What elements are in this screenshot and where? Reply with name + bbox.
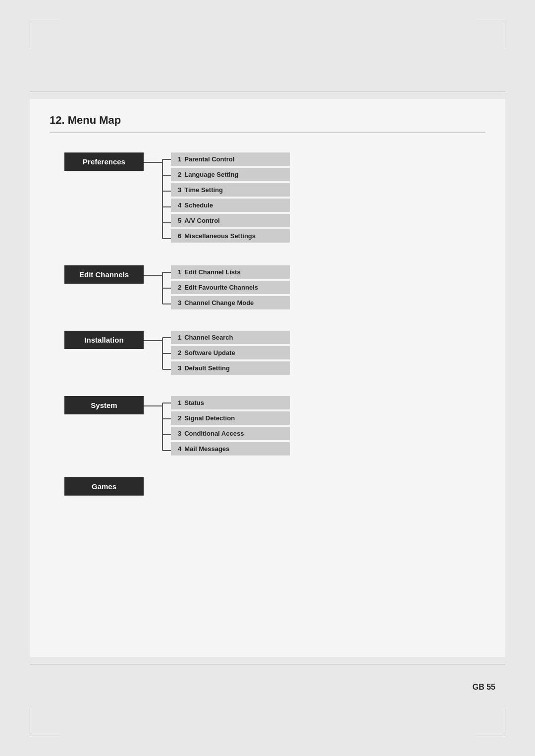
corner-mark-bottom-right (476, 706, 505, 736)
sub-item-preferences-0: 1Parental Control (171, 152, 290, 166)
sub-item-num-edit-channels-2: 3 (178, 299, 181, 306)
sub-item-num-installation-1: 2 (178, 349, 181, 356)
sub-items-installation: 1Channel Search2Software Update3Default … (171, 331, 290, 375)
sub-item-installation-0: 1Channel Search (171, 331, 290, 344)
sub-item-system-2: 3Conditional Access (171, 427, 290, 440)
menu-section-installation: Installation1Channel Search2Software Upd… (64, 331, 485, 376)
menu-map-container: Preferences1Parental Control2Language Se… (64, 152, 485, 496)
connector-svg-edit-channels (144, 265, 171, 311)
corner-mark-top-right (476, 20, 505, 50)
sub-item-text-edit-channels-0: Edit Channel Lists (184, 268, 240, 276)
sub-item-text-installation-2: Default Setting (184, 364, 230, 372)
sub-items-system: 1Status2Signal Detection3Conditional Acc… (171, 396, 290, 455)
category-games: Games (64, 477, 144, 496)
sub-item-preferences-4: 5A/V Control (171, 214, 290, 227)
corner-mark-bottom-left (30, 706, 59, 736)
sub-item-num-edit-channels-0: 1 (178, 268, 181, 276)
sub-item-edit-channels-1: 2Edit Favourite Channels (171, 281, 290, 294)
sub-item-edit-channels-2: 3Channel Change Mode (171, 296, 290, 309)
sub-item-installation-2: 3Default Setting (171, 361, 290, 375)
connector-svg-preferences (144, 152, 171, 246)
sub-item-text-edit-channels-2: Channel Change Mode (184, 299, 254, 306)
sub-item-text-installation-1: Software Update (184, 349, 235, 356)
content-area: 12. Menu Map Preferences1Parental Contro… (30, 99, 505, 657)
sub-item-num-preferences-1: 2 (178, 171, 181, 178)
sub-items-edit-channels: 1Edit Channel Lists2Edit Favourite Chann… (171, 265, 290, 309)
sub-item-num-system-0: 1 (178, 399, 181, 406)
connector-svg-system (144, 396, 171, 457)
sub-item-text-preferences-1: Language Setting (184, 171, 238, 178)
sub-item-edit-channels-0: 1Edit Channel Lists (171, 265, 290, 279)
sub-item-text-system-0: Status (184, 399, 204, 406)
sub-item-text-preferences-2: Time Setting (184, 186, 223, 194)
sub-item-text-preferences-5: Miscellaneous Settings (184, 232, 256, 240)
category-edit-channels: Edit Channels (64, 265, 144, 284)
sub-item-text-system-3: Mail Messages (184, 445, 229, 453)
sub-item-num-installation-2: 3 (178, 364, 181, 372)
sub-item-num-system-1: 2 (178, 414, 181, 422)
sub-item-text-system-1: Signal Detection (184, 414, 235, 422)
category-preferences: Preferences (64, 152, 144, 171)
hr-bottom (30, 664, 505, 664)
page: 12. Menu Map Preferences1Parental Contro… (0, 0, 535, 756)
connector-svg-installation (144, 331, 171, 376)
menu-section-system: System1Status2Signal Detection3Condition… (64, 396, 485, 457)
page-title: 12. Menu Map (50, 114, 485, 133)
menu-section-games: Games (64, 477, 485, 496)
sub-item-num-edit-channels-1: 2 (178, 284, 181, 291)
sub-item-installation-1: 2Software Update (171, 346, 290, 359)
sub-items-preferences: 1Parental Control2Language Setting3Time … (171, 152, 290, 243)
sub-item-num-preferences-0: 1 (178, 155, 181, 163)
corner-mark-top-left (30, 20, 59, 50)
hr-top (30, 92, 505, 92)
sub-item-num-system-3: 4 (178, 445, 181, 453)
page-number: GB 55 (473, 683, 495, 692)
category-system: System (64, 396, 144, 414)
menu-section-preferences: Preferences1Parental Control2Language Se… (64, 152, 485, 246)
sub-item-text-installation-0: Channel Search (184, 334, 233, 341)
sub-item-preferences-3: 4Schedule (171, 199, 290, 212)
sub-item-num-system-2: 3 (178, 430, 181, 437)
sub-item-text-preferences-0: Parental Control (184, 155, 234, 163)
sub-item-preferences-2: 3Time Setting (171, 183, 290, 197)
sub-item-num-preferences-3: 4 (178, 202, 181, 209)
sub-item-text-preferences-4: A/V Control (184, 217, 220, 224)
category-installation: Installation (64, 331, 144, 349)
sub-item-num-installation-0: 1 (178, 334, 181, 341)
sub-item-num-preferences-5: 6 (178, 232, 181, 240)
sub-item-system-0: 1Status (171, 396, 290, 409)
sub-item-preferences-1: 2Language Setting (171, 168, 290, 181)
sub-item-text-edit-channels-1: Edit Favourite Channels (184, 284, 258, 291)
sub-item-text-system-2: Conditional Access (184, 430, 244, 437)
sub-item-text-preferences-3: Schedule (184, 202, 213, 209)
sub-item-num-preferences-4: 5 (178, 217, 181, 224)
sub-item-preferences-5: 6Miscellaneous Settings (171, 229, 290, 243)
sub-item-num-preferences-2: 3 (178, 186, 181, 194)
sub-item-system-3: 4Mail Messages (171, 442, 290, 455)
menu-section-edit-channels: Edit Channels1Edit Channel Lists2Edit Fa… (64, 265, 485, 311)
sub-item-system-1: 2Signal Detection (171, 411, 290, 425)
